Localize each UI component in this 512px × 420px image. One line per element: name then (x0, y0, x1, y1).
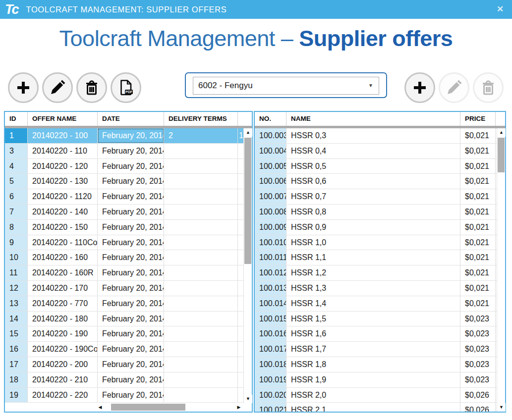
offer-row[interactable]: 1020140220 - 160February 20, 2014 (5, 250, 243, 265)
cell-item-name: HSSR 1,0 (286, 235, 460, 250)
cell-offer-extra (238, 281, 243, 296)
scroll-up-icon[interactable]: ▲ (497, 128, 506, 137)
cell-offer-extra (238, 205, 243, 219)
offer-row[interactable]: 720140220 - 140February 20, 2014 (5, 205, 243, 220)
add-offer-button[interactable] (8, 72, 39, 103)
cell-item-name: HSSR 1,7 (286, 342, 460, 357)
item-row[interactable]: 100.015HSSR 1,5$0,023 (255, 312, 497, 327)
item-row[interactable]: 100.009HSSR 0,9$0,021 (255, 220, 497, 235)
item-row[interactable]: 100.004HSSR 0,4$0,021 (255, 144, 497, 159)
cell-offer-id: 1 (5, 128, 28, 143)
cell-offer-name: 20140220 - 220 (28, 388, 98, 403)
cell-offer-date: February 20, 2014 (98, 205, 164, 219)
cell-offer-id: 8 (5, 220, 28, 235)
offers-vertical-scrollbar[interactable]: ▲ ▼ (243, 128, 252, 403)
offer-row[interactable]: 920140220 - 110CoFebruary 20, 2014 (5, 235, 243, 251)
cell-offer-extra (238, 296, 243, 311)
cell-offer-name: 20140220 - 190 (28, 326, 98, 341)
items-table-header: NO. NAME PRICE (255, 112, 505, 126)
offer-row[interactable]: 620140220 - 1120February 20, 2014 (5, 189, 243, 205)
item-row[interactable]: 100.020HSSR 2,0$0,026 (255, 388, 497, 403)
item-row[interactable]: 100.011HSSR 1,1$0,021 (255, 250, 497, 265)
close-icon[interactable]: ✕ (494, 4, 506, 15)
offers-header-name[interactable]: OFFER NAME (28, 112, 98, 126)
offer-row[interactable]: 1120140220 - 160RFebruary 20, 2014 (5, 265, 243, 281)
offer-row[interactable]: 520140220 - 130February 20, 2014 (5, 174, 243, 189)
item-row[interactable]: 100.021HSSR 2,1$0,026 (255, 403, 497, 412)
item-row[interactable]: 100.012HSSR 1,2$0,021 (255, 265, 497, 281)
cell-item-no: 100.013 (255, 281, 286, 296)
cell-item-name: HSSR 0,3 (286, 128, 460, 143)
scroll-down-icon[interactable]: ▼ (497, 403, 506, 412)
offer-actions-group: PDF (8, 72, 141, 103)
export-pdf-button[interactable]: PDF (111, 72, 141, 103)
offers-header-terms[interactable]: DELIVERY TERMS (164, 112, 238, 126)
scrollbar-thumb[interactable] (498, 138, 505, 172)
offers-header-id[interactable]: ID (5, 112, 28, 126)
cell-item-name: HSSR 1,4 (286, 296, 460, 311)
cell-offer-date: February 20, 2014 (98, 281, 164, 296)
cell-offer-name: 20140220 - 100 (28, 128, 98, 143)
offer-row[interactable]: 1520140220 - 190February 20, 2014 (5, 326, 243, 342)
cell-offer-id: 14 (5, 312, 28, 326)
app-window: Tc TOOLCRAFT MANAGEMENT: SUPPLIER OFFERS… (0, 0, 512, 420)
cell-offer-id: 18 (5, 372, 28, 387)
item-row[interactable]: 100.019HSSR 1,9$0,023 (255, 372, 497, 388)
offer-row[interactable]: 1720140220 - 200February 20, 2014 (5, 357, 243, 372)
offer-row[interactable]: 1620140220 - 190CoFebruary 20, 2014 (5, 342, 243, 357)
cell-offer-id: 11 (5, 265, 28, 280)
offer-row[interactable]: 120140220 - 100February 20, 201421 (5, 128, 243, 144)
delete-offer-button[interactable] (76, 72, 107, 103)
items-header-price[interactable]: PRICE (460, 112, 496, 126)
plus-icon (13, 78, 33, 98)
cell-delivery-terms (164, 326, 238, 341)
offer-row[interactable]: 420140220 - 120February 20, 2014 (5, 159, 243, 174)
scroll-right-icon[interactable]: ▶ (235, 403, 243, 412)
supplier-dropdown[interactable]: 6002 - Fengyu ▼ (193, 77, 379, 95)
trash-icon (478, 78, 498, 98)
cell-delivery-terms (164, 189, 238, 204)
items-header-no[interactable]: NO. (255, 112, 286, 126)
items-vertical-scrollbar[interactable]: ▲ ▼ (497, 128, 505, 412)
offer-row[interactable]: 1320140220 - 770February 20, 2014 (5, 296, 243, 312)
item-row[interactable]: 100.005HSSR 0,5$0,021 (255, 159, 497, 174)
scrollbar-thumb[interactable] (244, 138, 251, 264)
items-header-name[interactable]: NAME (286, 112, 460, 126)
item-row[interactable]: 100.010HSSR 1,0$0,021 (255, 235, 497, 251)
item-row[interactable]: 100.016HSSR 1,6$0,023 (255, 326, 497, 342)
offer-row[interactable]: 1820140220 - 210February 20, 2014 (5, 372, 243, 388)
cell-offer-date: February 20, 2014 (98, 220, 164, 235)
offer-row[interactable]: 1420140220 - 180February 20, 2014 (5, 312, 243, 327)
cell-delivery-terms (164, 235, 238, 250)
offer-row[interactable]: 1920140220 - 220February 20, 2014 (5, 388, 243, 403)
scroll-down-icon[interactable]: ▼ (244, 395, 252, 403)
item-row[interactable]: 100.007HSSR 0,7$0,021 (255, 189, 497, 205)
item-row[interactable]: 100.008HSSR 0,8$0,021 (255, 205, 497, 220)
titlebar: Tc TOOLCRAFT MANAGEMENT: SUPPLIER OFFERS… (0, 0, 512, 19)
item-row[interactable]: 100.006HSSR 0,6$0,021 (255, 174, 497, 189)
item-row[interactable]: 100.017HSSR 1,7$0,023 (255, 342, 497, 357)
item-row[interactable]: 100.014HSSR 1,4$0,021 (255, 296, 497, 312)
scrollbar-thumb[interactable] (111, 404, 185, 411)
cell-offer-date: February 20, 2014 (98, 159, 164, 174)
scroll-left-icon[interactable]: ◀ (96, 403, 104, 412)
scroll-up-icon[interactable]: ▲ (244, 128, 252, 137)
offers-horizontal-scrollbar[interactable]: ◀ ▶ (96, 403, 243, 412)
cell-offer-name: 20140220 - 200 (28, 357, 98, 372)
offer-row[interactable]: 1220140220 - 170February 20, 2014 (5, 281, 243, 296)
offer-row[interactable]: 320140220 - 110February 20, 2014 (5, 144, 243, 159)
cell-offer-id: 12 (5, 281, 28, 296)
toolbar: PDF 6002 - Fengyu ▼ (0, 72, 512, 103)
cell-item-name: HSSR 0,5 (286, 159, 460, 174)
cell-offer-date: February 20, 2014 (98, 388, 164, 403)
cell-offer-id: 16 (5, 342, 28, 357)
cell-item-price: $0,023 (460, 357, 496, 372)
offer-row[interactable]: 820140220 - 150February 20, 2014 (5, 220, 243, 235)
item-row[interactable]: 100.018HSSR 1,8$0,023 (255, 357, 497, 372)
offers-header-date[interactable]: DATE (98, 112, 164, 126)
cell-item-no: 100.016 (255, 326, 286, 341)
add-item-button[interactable] (404, 72, 435, 103)
edit-offer-button[interactable] (42, 72, 73, 103)
item-row[interactable]: 100.003HSSR 0,3$0,021 (255, 128, 497, 144)
item-row[interactable]: 100.013HSSR 1,3$0,021 (255, 281, 497, 296)
